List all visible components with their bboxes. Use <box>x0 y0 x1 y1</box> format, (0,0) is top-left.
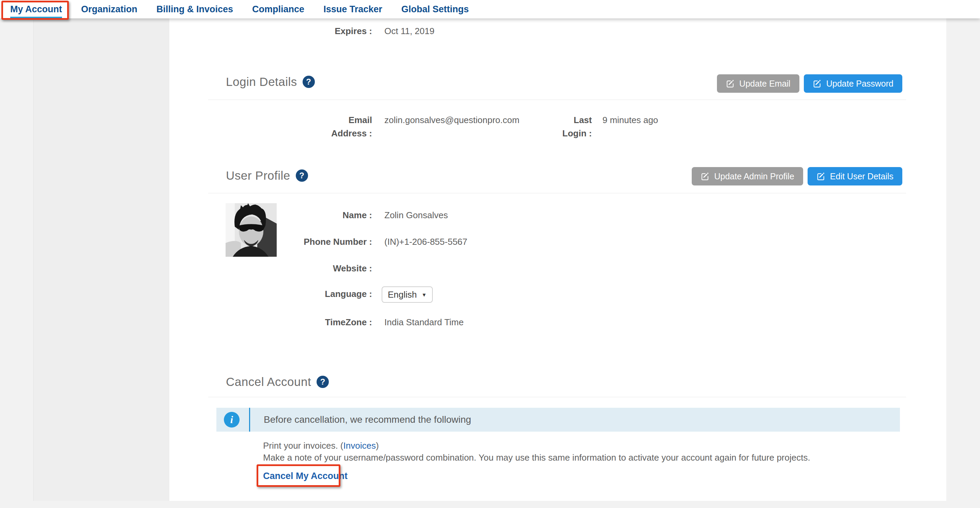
help-icon[interactable]: ? <box>296 169 308 182</box>
edit-icon <box>701 172 710 181</box>
nav-tab-organization[interactable]: Organization <box>81 4 137 15</box>
expires-value: Oct 11, 2019 <box>384 25 434 38</box>
last-login-value: 9 minutes ago <box>603 113 658 127</box>
update-password-label: Update Password <box>826 79 893 89</box>
edit-user-details-label: Edit User Details <box>830 172 893 182</box>
name-value: Zolin Gonsalves <box>384 209 448 222</box>
cancel-account-title: Cancel Account <box>226 375 311 389</box>
cancellation-info-banner: i Before cancellation, we recommend the … <box>216 408 900 432</box>
section-divider <box>208 193 906 193</box>
update-email-button[interactable]: Update Email <box>717 74 799 93</box>
email-address-label: Email Address : <box>307 113 372 140</box>
help-icon[interactable]: ? <box>302 76 315 88</box>
timezone-value: India Standard Time <box>384 316 464 329</box>
chevron-down-icon: ▼ <box>422 292 426 297</box>
nav-tab-billing-invoices[interactable]: Billing & Invoices <box>156 4 233 15</box>
expires-label: Expires : <box>293 25 372 38</box>
last-login-label-line1: Last <box>549 113 592 127</box>
update-admin-profile-button[interactable]: Update Admin Profile <box>692 167 803 185</box>
nav-tab-issue-tracker[interactable]: Issue Tracker <box>323 4 382 15</box>
user-profile-actions: Update Admin Profile Edit User Details <box>692 167 902 185</box>
language-selected-value: English <box>388 290 417 300</box>
invoices-text-prefix: Print your invoices. ( <box>263 441 344 451</box>
nav-tab-compliance[interactable]: Compliance <box>252 4 304 15</box>
top-navigation: My Account Organization Billing & Invoic… <box>0 0 980 18</box>
invoices-text-suffix: ) <box>376 441 379 451</box>
profile-photo <box>226 203 277 257</box>
section-divider <box>208 100 906 100</box>
info-icon: i <box>224 412 240 428</box>
language-label: Language : <box>293 287 372 301</box>
left-margin-strip <box>0 18 33 501</box>
info-banner-text: Before cancellation, we recommend the fo… <box>250 408 471 432</box>
timezone-label: TimeZone : <box>293 316 372 329</box>
last-login-label-line2: Login : <box>549 127 592 140</box>
language-dropdown[interactable]: English ▼ <box>382 287 433 303</box>
phone-number-label: Phone Number : <box>293 235 372 248</box>
nav-tab-global-settings[interactable]: Global Settings <box>401 4 469 15</box>
edit-icon <box>726 79 735 88</box>
edit-icon <box>816 172 825 181</box>
nav-tab-my-account[interactable]: My Account <box>10 4 62 15</box>
user-profile-heading: User Profile ? <box>226 169 308 182</box>
help-icon[interactable]: ? <box>317 376 329 388</box>
last-login-label: Last Login : <box>549 113 592 140</box>
my-account-page: My Account Organization Billing & Invoic… <box>0 0 980 508</box>
phone-number-value: (IN)+1-206-855-5567 <box>384 235 468 248</box>
left-side-panel <box>33 18 169 501</box>
update-email-label: Update Email <box>740 79 791 89</box>
login-details-title: Login Details <box>226 75 297 89</box>
edit-user-details-button[interactable]: Edit User Details <box>808 167 902 185</box>
cancel-my-account-link[interactable]: Cancel My Account <box>263 471 348 481</box>
user-profile-title: User Profile <box>226 169 290 182</box>
cancel-instructions-line1: Print your invoices. (Invoices) <box>263 440 379 452</box>
update-password-button[interactable]: Update Password <box>804 74 902 93</box>
invoices-link[interactable]: Invoices <box>344 441 376 451</box>
update-admin-profile-label: Update Admin Profile <box>714 172 794 182</box>
cancel-account-heading: Cancel Account ? <box>226 375 329 389</box>
email-label-line1: Email <box>307 113 372 127</box>
name-label: Name : <box>293 209 372 222</box>
section-divider <box>208 397 906 397</box>
email-label-line2: Address : <box>307 127 372 140</box>
email-address-value: zolin.gonsalves@questionpro.com <box>384 113 519 127</box>
edit-icon <box>813 79 822 88</box>
login-details-actions: Update Email Update Password <box>717 74 902 93</box>
login-details-heading: Login Details ? <box>226 75 315 89</box>
cancel-instructions-line2: Make a note of your username/password co… <box>263 452 810 464</box>
info-icon-wrap: i <box>216 408 249 432</box>
website-label: Website : <box>293 262 372 275</box>
